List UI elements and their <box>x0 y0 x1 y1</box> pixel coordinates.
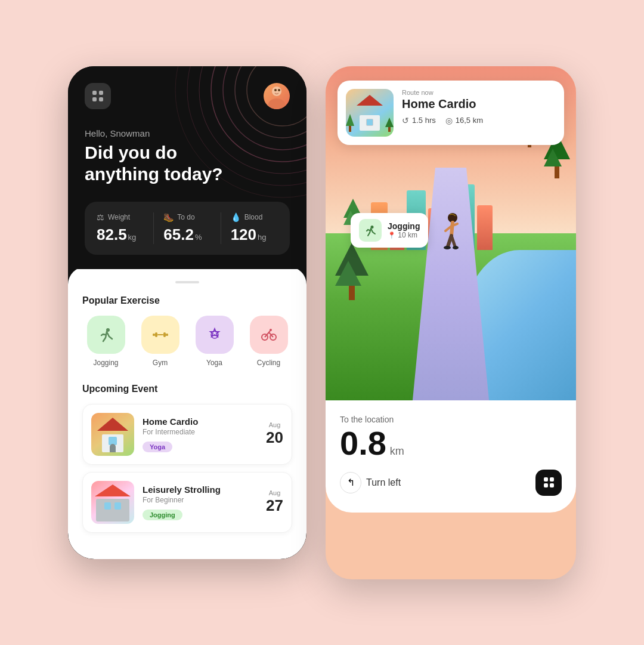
exercise-grid: Jogging Gym <box>82 316 292 367</box>
svg-marker-23 <box>385 118 394 127</box>
route-card[interactable]: Route now Home Cardio ↺ 1.5 hrs ◎ 16,5 k… <box>338 81 564 145</box>
route-distance: ◎ 16,5 km <box>445 116 483 125</box>
svg-marker-21 <box>346 114 354 126</box>
distance-number: 0.8 <box>340 427 386 460</box>
exercise-gym[interactable]: Gym <box>137 316 184 367</box>
event-info-2: Leisurely Strolling For Beginner Jogging <box>143 484 258 520</box>
clock-icon: ↺ <box>402 116 409 125</box>
svg-rect-13 <box>155 332 157 337</box>
gym-label: Gym <box>153 359 168 367</box>
exercise-yoga[interactable]: Yoga <box>191 316 238 367</box>
jogging-card[interactable]: Jogging 📍 10 km <box>351 213 428 248</box>
right-phone: Route now Home Cardio ↺ 1.5 hrs ◎ 16,5 k… <box>326 66 576 579</box>
cycling-label: Cycling <box>257 359 280 367</box>
yoga-label: Yoga <box>206 359 222 367</box>
svg-rect-20 <box>349 126 351 132</box>
white-section: Popular Exercise Jogging <box>68 267 306 559</box>
gym-icon-wrap <box>141 316 179 354</box>
event-card-1[interactable]: Home Cardio For Intermediate Yoga Aug 20 <box>82 404 292 465</box>
svg-rect-11 <box>153 334 155 336</box>
main-heading: Did you do anything today? <box>85 142 290 185</box>
runner-figure <box>436 212 466 260</box>
distance-display: 0.8 km <box>340 427 562 460</box>
event-subtitle-1: For Intermediate <box>143 428 258 436</box>
event-name-1: Home Cardio <box>143 416 258 427</box>
upcoming-event-title: Upcoming Event <box>82 384 292 394</box>
stat-blood: 💧 Blood 120hg <box>221 212 278 244</box>
route-info: Route now Home Cardio ↺ 1.5 hrs ◎ 16,5 k… <box>402 89 556 137</box>
svg-rect-22 <box>388 127 391 132</box>
event-tag-1: Yoga <box>143 442 172 452</box>
stats-row: ⚖ Weight 82.5kg 🥾 To do 65.2% <box>85 202 290 255</box>
tree-left-large <box>335 243 369 300</box>
left-phone: Hello, Snowman Did you do anything today… <box>68 66 306 559</box>
app-header <box>85 83 290 109</box>
to-location-label: To the location <box>340 415 562 424</box>
jogging-card-info: Jogging 📍 10 km <box>388 221 420 239</box>
blood-icon: 💧 <box>231 212 241 222</box>
route-label: Route now <box>402 89 556 96</box>
event-card-2[interactable]: Leisurely Strolling For Beginner Jogging… <box>82 472 292 533</box>
jogging-card-icon <box>359 219 382 242</box>
event-info-1: Home Cardio For Intermediate Yoga <box>143 416 258 452</box>
greeting-text: Hello, Snowman <box>85 128 290 138</box>
todo-icon: 🥾 <box>163 212 174 222</box>
route-meta: ↺ 1.5 hrs ◎ 16,5 km <box>402 116 556 125</box>
drag-handle <box>175 281 199 283</box>
route-image <box>346 89 394 137</box>
event-tag-2: Jogging <box>143 510 182 520</box>
event-name-2: Leisurely Strolling <box>143 484 258 495</box>
route-duration: ↺ 1.5 hrs <box>402 116 436 125</box>
event-date-2: Aug 27 <box>266 489 283 515</box>
svg-point-7 <box>272 87 281 96</box>
distance-unit: km <box>390 445 404 458</box>
jogging-icon-wrap <box>87 316 125 354</box>
location-icon: ◎ <box>445 116 453 125</box>
event-date-1: Aug 20 <box>266 421 283 447</box>
event-image-2 <box>91 481 134 524</box>
navigation-bottom: To the location 0.8 km ↰ Turn left <box>326 400 576 513</box>
svg-point-26 <box>453 246 459 249</box>
avatar[interactable] <box>264 83 290 109</box>
nav-logo-button[interactable] <box>535 470 562 496</box>
event-subtitle-2: For Beginner <box>143 496 258 504</box>
event-image-1 <box>91 413 134 456</box>
cycling-icon-wrap <box>250 316 288 354</box>
svg-point-9 <box>274 89 277 91</box>
exercise-jogging[interactable]: Jogging <box>82 316 129 367</box>
jogging-card-distance: 📍 10 km <box>388 231 420 239</box>
svg-rect-15 <box>157 334 163 335</box>
jogging-card-title: Jogging <box>388 221 420 231</box>
jogging-label: Jogging <box>93 359 118 367</box>
navigation-row: ↰ Turn left <box>340 470 562 496</box>
app-logo-button[interactable] <box>85 83 111 109</box>
popular-exercise-title: Popular Exercise <box>82 295 292 306</box>
stat-weight: ⚖ Weight 82.5kg <box>97 212 144 244</box>
yoga-icon-wrap <box>196 316 234 354</box>
svg-rect-12 <box>166 334 168 336</box>
weight-icon: ⚖ <box>97 212 104 222</box>
svg-point-10 <box>278 89 280 91</box>
turn-left-icon: ↰ <box>340 472 361 493</box>
exercise-cycling[interactable]: Cycling <box>245 316 292 367</box>
stat-todo: 🥾 To do 65.2% <box>153 212 210 244</box>
turn-instruction: ↰ Turn left <box>340 472 401 493</box>
svg-point-25 <box>444 246 451 249</box>
turn-text: Turn left <box>366 477 401 488</box>
svg-rect-14 <box>163 332 166 337</box>
svg-point-8 <box>268 98 285 109</box>
svg-point-19 <box>270 329 272 331</box>
route-title: Home Cardio <box>402 97 556 111</box>
